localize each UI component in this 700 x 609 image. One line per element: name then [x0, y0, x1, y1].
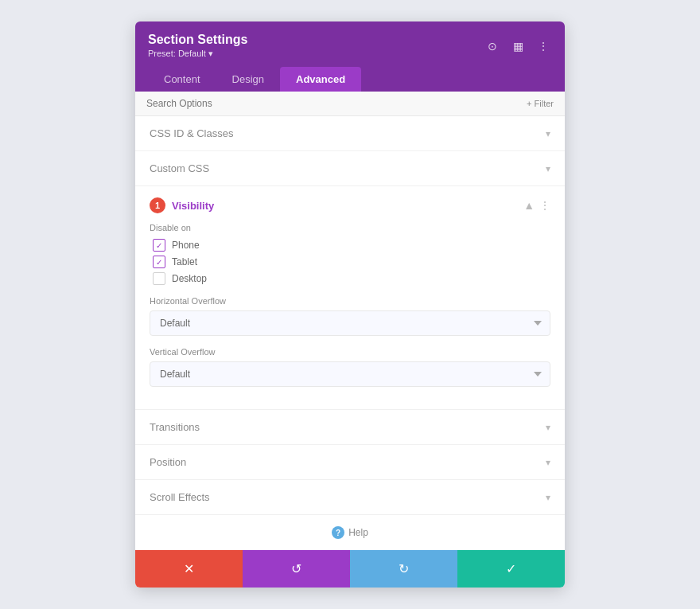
checkbox-desktop-label: Desktop: [172, 273, 207, 284]
chevron-down-icon: ▾: [546, 492, 550, 503]
checkbox-tablet-box[interactable]: ✓: [153, 256, 165, 268]
transitions-label: Transitions: [150, 421, 200, 433]
panel-title: Section Settings: [148, 33, 247, 47]
filter-button[interactable]: + Filter: [527, 99, 554, 108]
more-icon[interactable]: ⋮: [535, 37, 552, 55]
panel-body: CSS ID & Classes ▾ Custom CSS ▾ 1 Visibi…: [135, 116, 565, 550]
visibility-header: 1 Visibility ▲ ⋮: [150, 197, 550, 213]
scroll-effects-label: Scroll Effects: [150, 491, 210, 503]
settings-icon[interactable]: ⊙: [484, 37, 501, 55]
horizontal-overflow-label: Horizontal Overflow: [150, 296, 550, 306]
badge-1: 1: [150, 197, 165, 213]
redo-button[interactable]: ↻: [350, 550, 457, 588]
panel-header: Section Settings Preset: Default ▾ ⊙ ▦ ⋮…: [135, 21, 565, 92]
help-icon[interactable]: ?: [332, 526, 344, 539]
checkmark-icon: ✓: [156, 241, 162, 250]
transitions-row[interactable]: Transitions ▾: [135, 410, 565, 445]
disable-on-label: Disable on: [150, 223, 550, 232]
chevron-down-icon: ▾: [546, 128, 550, 139]
cancel-button[interactable]: ✕: [135, 550, 243, 588]
tab-advanced[interactable]: Advanced: [280, 67, 361, 92]
panel-icon-group: ⊙ ▦ ⋮: [484, 37, 552, 55]
checkmark-icon: ✓: [156, 258, 162, 267]
search-bar: + Filter: [135, 92, 565, 116]
help-row: ? Help: [135, 515, 565, 550]
vertical-overflow-section: Vertical Overflow Default: [150, 347, 550, 387]
undo-button[interactable]: ↺: [243, 550, 350, 588]
chevron-down-icon: ▾: [546, 422, 550, 433]
disable-on-section: Disable on ✓ Phone ✓ Tablet: [150, 223, 550, 285]
css-id-classes-row[interactable]: CSS ID & Classes ▾: [135, 116, 565, 151]
custom-css-row[interactable]: Custom CSS ▾: [135, 151, 565, 186]
tab-design[interactable]: Design: [216, 67, 280, 92]
position-row[interactable]: Position ▾: [135, 445, 565, 480]
custom-css-label: Custom CSS: [150, 162, 209, 174]
title-group: Section Settings Preset: Default ▾: [148, 33, 247, 59]
vertical-overflow-label: Vertical Overflow: [150, 347, 550, 357]
more-options-icon[interactable]: ⋮: [539, 199, 550, 212]
horizontal-overflow-select[interactable]: Default: [150, 310, 550, 336]
chevron-down-icon: ▾: [546, 163, 550, 174]
visibility-icons: ▲ ⋮: [523, 199, 550, 212]
vertical-overflow-select[interactable]: Default: [150, 361, 550, 387]
visibility-section: 1 Visibility ▲ ⋮ Disable on ✓ Phone: [135, 186, 565, 410]
checkbox-desktop[interactable]: Desktop: [153, 272, 550, 285]
chevron-up-icon[interactable]: ▲: [523, 199, 535, 212]
scroll-effects-row[interactable]: Scroll Effects ▾: [135, 480, 565, 515]
search-input[interactable]: [146, 98, 527, 109]
checkbox-phone[interactable]: ✓ Phone: [153, 239, 550, 252]
checkbox-phone-label: Phone: [172, 240, 200, 251]
save-button[interactable]: ✓: [457, 550, 565, 588]
checkbox-desktop-box[interactable]: [153, 272, 165, 285]
tab-content[interactable]: Content: [148, 67, 216, 92]
tab-group: Content Design Advanced: [148, 67, 552, 92]
checkbox-group: ✓ Phone ✓ Tablet Desktop: [150, 239, 550, 285]
help-label[interactable]: Help: [348, 527, 368, 538]
panel-preset: Preset: Default ▾: [148, 49, 247, 59]
position-label: Position: [150, 456, 186, 468]
checkbox-tablet[interactable]: ✓ Tablet: [153, 256, 550, 268]
layout-icon[interactable]: ▦: [509, 37, 527, 55]
checkbox-tablet-label: Tablet: [172, 256, 197, 267]
horizontal-overflow-section: Horizontal Overflow Default: [150, 296, 550, 336]
css-id-classes-label: CSS ID & Classes: [150, 127, 233, 139]
panel-footer: ✕ ↺ ↻ ✓: [135, 550, 565, 588]
section-settings-panel: Section Settings Preset: Default ▾ ⊙ ▦ ⋮…: [135, 21, 565, 588]
checkbox-phone-box[interactable]: ✓: [153, 239, 165, 252]
chevron-down-icon: ▾: [546, 457, 550, 468]
visibility-title: Visibility: [172, 200, 214, 212]
